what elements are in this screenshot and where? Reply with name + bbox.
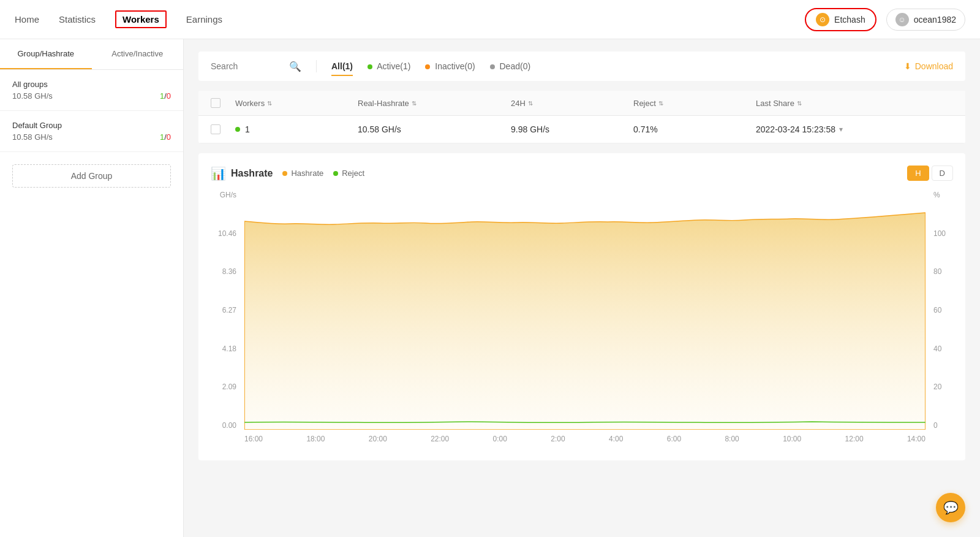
sidebar-group-default[interactable]: Default Group 10.58 GH/s 1/0 xyxy=(0,111,183,152)
h24-sort-icon[interactable]: ⇅ xyxy=(528,100,533,107)
y-left-0: 10.46 xyxy=(211,229,236,238)
add-group-button[interactable]: Add Group xyxy=(12,164,171,188)
x-label-7: 6:00 xyxy=(667,435,681,443)
workers-sort-icon[interactable]: ⇅ xyxy=(267,100,272,107)
group-default-row: 10.58 GH/s 1/0 xyxy=(12,132,171,142)
group-default-hashrate: 10.58 GH/s xyxy=(12,132,53,142)
x-label-1: 18:00 xyxy=(306,435,325,443)
x-label-2: 20:00 xyxy=(369,435,387,443)
worker-name-label: 1 xyxy=(245,124,250,134)
x-label-5: 2:00 xyxy=(551,435,565,443)
real-hashrate-header-label: Real-Hashrate xyxy=(358,99,409,108)
main-layout: Group/Hashrate Active/Inactive All group… xyxy=(0,39,980,537)
dead-dot xyxy=(490,64,495,69)
y-left-4: 2.09 xyxy=(211,383,236,391)
nav-workers[interactable]: Workers xyxy=(115,10,167,28)
download-button[interactable]: ⬇ Download xyxy=(904,61,953,71)
filter-divider xyxy=(316,60,317,72)
toggle-d-button[interactable]: D xyxy=(932,166,953,181)
chart-plot xyxy=(244,191,925,430)
nav-home[interactable]: Home xyxy=(15,12,39,27)
chart-y-left-axis: GH/s 10.46 8.36 6.27 4.18 2.09 0.00 xyxy=(211,191,241,430)
worker-reject: 0.71% xyxy=(633,124,756,134)
x-label-4: 0:00 xyxy=(493,435,507,443)
real-hashrate-sort-icon[interactable]: ⇅ xyxy=(412,100,417,107)
sidebar-group-all[interactable]: All groups 10.58 GH/s 1/0 xyxy=(0,70,183,111)
user-button[interactable]: ☺ ocean1982 xyxy=(886,9,965,31)
chart-section: 📊 Hashrate Hashrate Reject H D xyxy=(198,153,965,460)
y-right-4: 20 xyxy=(933,383,953,391)
last-share-sort-icon[interactable]: ⇅ xyxy=(797,100,802,107)
search-input[interactable] xyxy=(211,61,284,71)
filter-dead-label: Dead(0) xyxy=(500,61,531,71)
x-label-8: 8:00 xyxy=(725,435,739,443)
x-label-11: 14:00 xyxy=(907,435,925,443)
nav-earnings[interactable]: Earnings xyxy=(186,12,222,27)
sidebar-tabs: Group/Hashrate Active/Inactive xyxy=(0,39,183,70)
toggle-h-button[interactable]: H xyxy=(907,166,929,181)
reject-sort-icon[interactable]: ⇅ xyxy=(658,100,663,107)
legend-reject-dot xyxy=(333,171,338,176)
download-label: Download xyxy=(915,61,953,71)
group-all-name: All groups xyxy=(12,80,171,89)
legend-hashrate-dot xyxy=(282,171,287,176)
chat-fab-button[interactable]: 💬 xyxy=(936,493,965,522)
user-icon: ☺ xyxy=(895,13,909,26)
inactive-dot xyxy=(425,64,430,69)
nav-statistics[interactable]: Statistics xyxy=(59,12,96,27)
header-reject: Reject ⇅ xyxy=(633,98,756,108)
sidebar-tab-active-inactive[interactable]: Active/Inactive xyxy=(92,39,184,69)
download-icon: ⬇ xyxy=(904,61,911,71)
filter-inactive-label: Inactive(0) xyxy=(435,61,475,71)
x-label-0: 16:00 xyxy=(244,435,263,443)
y-right-5: 0 xyxy=(933,421,953,430)
y-right-1: 80 xyxy=(933,267,953,276)
sidebar: Group/Hashrate Active/Inactive All group… xyxy=(0,39,184,537)
group-all-row: 10.58 GH/s 1/0 xyxy=(12,91,171,101)
filter-tab-dead[interactable]: Dead(0) xyxy=(490,59,530,74)
legend-reject-label: Reject xyxy=(342,169,364,178)
group-all-inactive: 0 xyxy=(167,91,171,101)
last-share-header-label: Last Share xyxy=(756,99,794,108)
last-share-dropdown-icon[interactable]: ▾ xyxy=(839,125,843,134)
y-unit-label: GH/s xyxy=(211,191,236,199)
worker-name-cell: 1 xyxy=(235,124,358,134)
filter-bar: 🔍 All(1) Active(1) Inactive(0) Dead(0) ⬇… xyxy=(198,51,965,81)
x-label-10: 12:00 xyxy=(845,435,864,443)
header-workers: Workers ⇅ xyxy=(235,98,358,108)
etchash-button[interactable]: ⊙ Etchash xyxy=(805,8,876,31)
group-all-status: 1/0 xyxy=(160,91,171,101)
workers-table: Workers ⇅ Real-Hashrate ⇅ 24H ⇅ Reject ⇅… xyxy=(198,91,965,143)
etchash-icon: ⊙ xyxy=(816,13,829,26)
legend-hashrate: Hashrate xyxy=(282,169,323,178)
table-row: 1 10.58 GH/s 9.98 GH/s 0.71% 2022-03-24 … xyxy=(198,116,965,143)
row-checkbox[interactable] xyxy=(211,124,221,134)
filter-tab-active[interactable]: Active(1) xyxy=(368,59,410,74)
y-left-2: 6.27 xyxy=(211,306,236,314)
legend-hashrate-label: Hashrate xyxy=(291,169,323,178)
sidebar-tab-group-hashrate[interactable]: Group/Hashrate xyxy=(0,39,92,69)
group-default-inactive: 0 xyxy=(167,132,171,142)
chart-y-right-axis: % 100 80 60 40 20 0 xyxy=(929,191,953,430)
group-all-hashrate: 10.58 GH/s xyxy=(12,91,53,101)
x-label-9: 10:00 xyxy=(783,435,801,443)
header-24h: 24H ⇅ xyxy=(511,98,633,108)
header-last-share: Last Share ⇅ xyxy=(756,98,953,108)
worker-h24: 9.98 GH/s xyxy=(511,124,633,134)
y-right-2: 60 xyxy=(933,306,953,314)
header-checkbox-cell xyxy=(211,98,235,108)
worker-status-dot xyxy=(235,127,240,132)
search-icon: 🔍 xyxy=(289,61,301,72)
y-left-1: 8.36 xyxy=(211,267,236,276)
y-left-5: 0.00 xyxy=(211,421,236,430)
header-checkbox[interactable] xyxy=(211,98,221,108)
group-default-name: Default Group xyxy=(12,121,171,130)
chart-svg xyxy=(244,191,925,430)
row-checkbox-cell xyxy=(211,124,235,134)
search-box: 🔍 xyxy=(211,61,301,72)
chart-x-axis: 16:00 18:00 20:00 22:00 0:00 2:00 4:00 6… xyxy=(244,430,925,448)
filter-tab-inactive[interactable]: Inactive(0) xyxy=(425,59,475,74)
nav-right: ⊙ Etchash ☺ ocean1982 xyxy=(805,8,965,31)
table-header: Workers ⇅ Real-Hashrate ⇅ 24H ⇅ Reject ⇅… xyxy=(198,91,965,116)
filter-tab-all[interactable]: All(1) xyxy=(331,59,353,74)
